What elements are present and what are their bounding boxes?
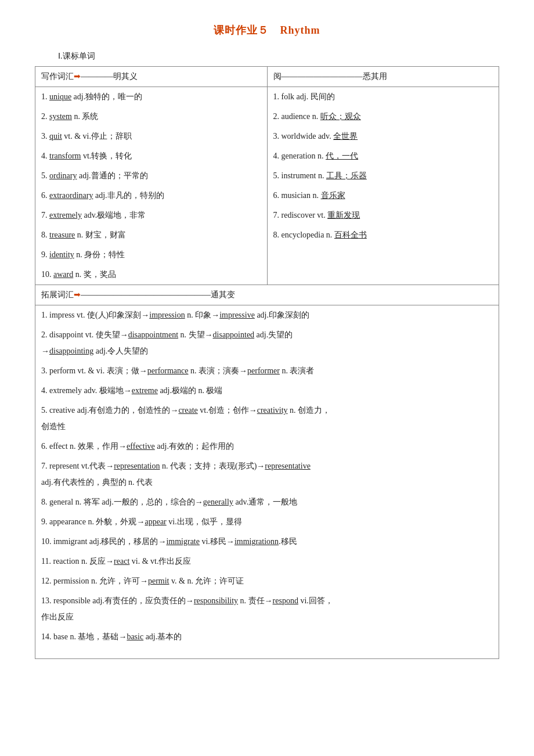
vocab-row-6: 6. extraordinary adj.非凡的，特别的 6. musician… — [35, 186, 499, 206]
reading-item-9-empty — [267, 245, 499, 265]
section1-label: Ⅰ.课标单词 — [58, 51, 499, 62]
expand-item-11: 11. reaction n. 反应→react vi. & vt.作出反应 — [35, 552, 499, 571]
reading-item-8: 8. encyclopedia n. 百科全书 — [267, 225, 499, 245]
expand-arrow: ➡ — [74, 290, 81, 299]
expand-item-8: 8. general n. 将军 adj.一般的，总的，综合的→generall… — [35, 492, 499, 512]
expand-item-7: 7. represent vt.代表→representation n. 代表；… — [35, 456, 499, 492]
expand-vocab-label: 拓展词汇 — [41, 290, 74, 299]
expand-item-5: 5. creative adj.有创造力的，创造性的→create vt.创造；… — [35, 401, 499, 437]
expand-header-row: 拓展词汇➡————————————————通其变 — [35, 285, 499, 305]
expand-item-2: 2. disappoint vt. 使失望→disappointment n. … — [35, 325, 499, 361]
vocab-row-8: 8. treasure n. 财宝，财富 8. encyclopedia n. … — [35, 225, 499, 245]
writing-item-10: 10. award n. 奖，奖品 — [35, 265, 268, 285]
expand-item-8-cell: 8. general n. 将军 adj.一般的，总的，综合的→generall… — [35, 492, 499, 512]
expand-item-4: 4. extremely adv. 极端地→extreme adj.极端的 n.… — [35, 381, 499, 401]
writing-header-cell: 写作词汇➡————明其义 — [35, 67, 268, 87]
reading-item-2: 2. audience n. 听众；观众 — [267, 107, 499, 127]
vocab-row-7: 7. extremely adv.极端地，非常 7. rediscover vt… — [35, 206, 499, 225]
writing-item-6: 6. extraordinary adj.非凡的，特别的 — [35, 186, 268, 206]
reading-item-3: 3. worldwide adv. 全世界 — [267, 127, 499, 146]
reading-item-6: 6. musician n. 音乐家 — [267, 186, 499, 206]
vocab-row-10: 10. award n. 奖，奖品 — [35, 265, 499, 285]
expand-item-3-cell: 3. perform vt. & vi. 表演；做→performance n.… — [35, 361, 499, 381]
expand-item-6-cell: 6. effect n. 效果，作用→effective adj.有效的；起作用… — [35, 437, 499, 456]
expand-item-9: 9. appearance n. 外貌，外观→appear vi.出现，似乎，显… — [35, 512, 499, 532]
vocab-row-3: 3. quit vt. & vi.停止；辞职 3. worldwide adv.… — [35, 127, 499, 146]
reading-item-7: 7. rediscover vt. 重新发现 — [267, 206, 499, 225]
reading-item-1: 1. folk adj. 民间的 — [267, 87, 499, 107]
writing-item-5: 5. ordinary adj.普通的；平常的 — [35, 166, 268, 186]
writing-vocab-label: 写作词汇 — [41, 72, 74, 81]
expand-item-2-cell: 2. disappoint vt. 使失望→disappointment n. … — [35, 325, 499, 361]
writing-item-3: 3. quit vt. & vi.停止；辞职 — [35, 127, 268, 146]
writing-arrow: ➡ — [74, 72, 81, 81]
writing-item-2: 2. system n. 系统 — [35, 107, 268, 127]
expand-item-3: 3. perform vt. & vi. 表演；做→performance n.… — [35, 361, 499, 381]
vocab-row-2: 2. system n. 系统 2. audience n. 听众；观众 — [35, 107, 499, 127]
expand-spacer — [35, 647, 499, 658]
expand-subtext: ————————————————通其变 — [81, 290, 235, 299]
reading-vocab-label: 阅 — [273, 72, 282, 81]
vocab-row-1: 1. unique adj.独特的，唯一的 1. folk adj. 民间的 — [35, 87, 499, 107]
expand-item-4-cell: 4. extremely adv. 极端地→extreme adj.极端的 n.… — [35, 381, 499, 401]
expand-item-14: 14. base n. 基地，基础→basic adj.基本的 — [35, 627, 499, 647]
reading-item-10-empty — [267, 265, 499, 285]
expand-item-13-cell: 13. responsible adj.有责任的，应负责任的→responsib… — [35, 591, 499, 627]
expand-item-10: 10. immigrant adj.移民的，移居的→immigrate vi.移… — [35, 532, 499, 552]
reading-header-cell: 阅——————————悉其用 — [267, 67, 499, 87]
expand-item-1-cell: 1. impress vt. 使(人)印象深刻→impression n. 印象… — [35, 305, 499, 326]
expand-header-cell: 拓展词汇➡————————————————通其变 — [35, 285, 499, 305]
vocab-row-4: 4. transform vt.转换，转化 4. generation n. 代… — [35, 146, 499, 166]
expand-item-7-cell: 7. represent vt.代表→representation n. 代表；… — [35, 456, 499, 492]
expand-item-5-cell: 5. creative adj.有创造力的，创造性的→create vt.创造；… — [35, 401, 499, 437]
vocab-row-5: 5. ordinary adj.普通的；平常的 5. instrument n.… — [35, 166, 499, 186]
writing-item-7: 7. extremely adv.极端地，非常 — [35, 206, 268, 225]
page-title: 课时作业５ Rhythm — [35, 23, 499, 37]
reading-item-5: 5. instrument n. 工具；乐器 — [267, 166, 499, 186]
expand-item-9-cell: 9. appearance n. 外貌，外观→appear vi.出现，似乎，显… — [35, 512, 499, 532]
reading-item-4: 4. generation n. 代，一代 — [267, 146, 499, 166]
writing-item-1: 1. unique adj.独特的，唯一的 — [35, 87, 268, 107]
expand-item-12-cell: 12. permission n. 允许，许可→permit v. & n. 允… — [35, 571, 499, 591]
writing-item-8: 8. treasure n. 财宝，财富 — [35, 225, 268, 245]
expand-item-12: 12. permission n. 允许，许可→permit v. & n. 允… — [35, 571, 499, 591]
writing-subtext: ————明其义 — [81, 72, 138, 81]
writing-item-4: 4. transform vt.转换，转化 — [35, 146, 268, 166]
expand-item-11-cell: 11. reaction n. 反应→react vi. & vt.作出反应 — [35, 552, 499, 571]
vocab-row-9: 9. identity n. 身份；特性 — [35, 245, 499, 265]
vocab-outer-table: 写作词汇➡————明其义 阅——————————悉其用 1. unique ad… — [35, 66, 499, 659]
expand-item-1: 1. impress vt. 使(人)印象深刻→impression n. 印象… — [35, 305, 499, 326]
expand-item-6: 6. effect n. 效果，作用→effective adj.有效的；起作用… — [35, 437, 499, 456]
expand-item-13: 13. responsible adj.有责任的，应负责任的→responsib… — [35, 591, 499, 627]
writing-item-9: 9. identity n. 身份；特性 — [35, 245, 268, 265]
expand-item-14-cell: 14. base n. 基地，基础→basic adj.基本的 — [35, 627, 499, 647]
expand-item-10-cell: 10. immigrant adj.移民的，移居的→immigrate vi.移… — [35, 532, 499, 552]
reading-subtext: ——————————悉其用 — [282, 72, 387, 81]
writing-reading-header-row: 写作词汇➡————明其义 阅——————————悉其用 — [35, 67, 499, 87]
